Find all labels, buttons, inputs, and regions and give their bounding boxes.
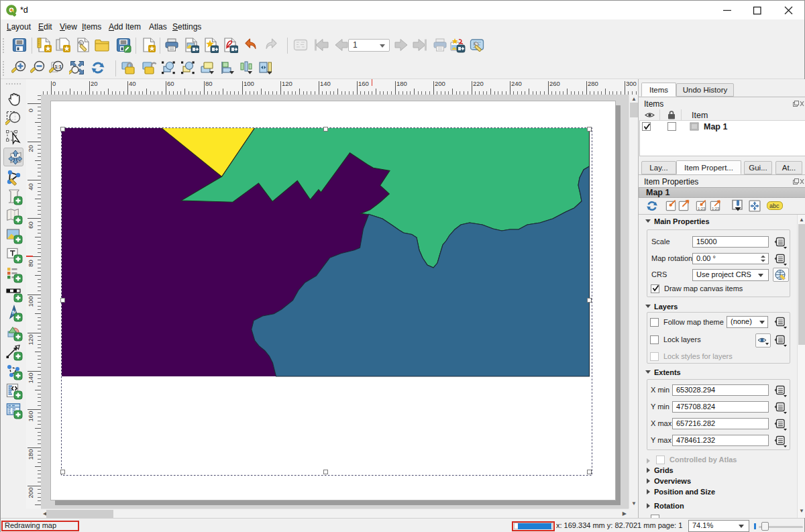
svg-text:1:1: 1:1 bbox=[54, 64, 61, 69]
svg-text:abc: abc bbox=[769, 203, 780, 209]
svg-text:1:23: 1:23 bbox=[712, 207, 719, 211]
svg-text:1:23: 1:23 bbox=[698, 207, 705, 211]
